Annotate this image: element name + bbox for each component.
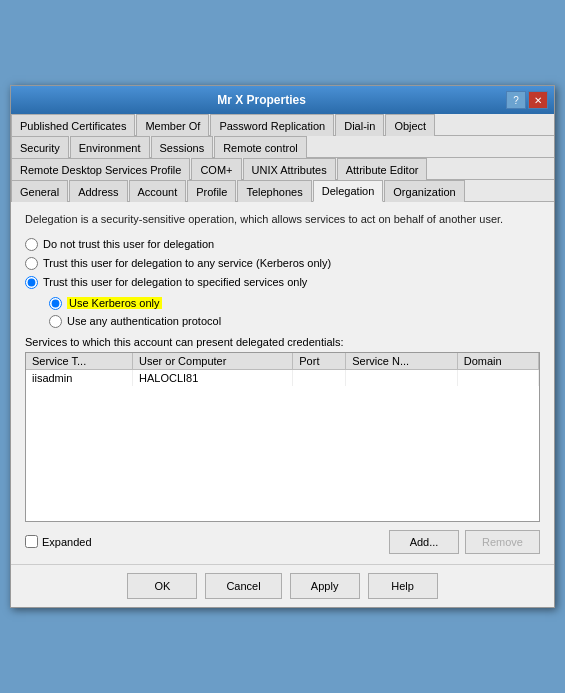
radio-trust-any-service-input[interactable] — [25, 257, 38, 270]
radio-do-not-trust-input[interactable] — [25, 238, 38, 251]
tab-organization[interactable]: Organization — [384, 180, 464, 202]
tab-row-1: Published Certificates Member Of Passwor… — [11, 114, 554, 136]
expanded-checkbox-label[interactable]: Expanded — [25, 535, 92, 548]
tab-object[interactable]: Object — [385, 114, 435, 136]
services-table: Service T... User or Computer Port Servi… — [26, 353, 539, 386]
tab-address[interactable]: Address — [69, 180, 127, 202]
tab-member-of[interactable]: Member Of — [136, 114, 209, 136]
tab-telephones[interactable]: Telephones — [237, 180, 311, 202]
sub-radio-kerberos-label: Use Kerberos only — [67, 297, 162, 309]
services-table-container[interactable]: Service T... User or Computer Port Servi… — [25, 352, 540, 522]
main-window: Mr X Properties ? ✕ Published Certificat… — [10, 85, 555, 607]
sub-radio-any-auth-input[interactable] — [49, 315, 62, 328]
window-title: Mr X Properties — [17, 93, 506, 107]
tab-security[interactable]: Security — [11, 136, 69, 158]
tab-unix-attributes[interactable]: UNIX Attributes — [243, 158, 336, 180]
close-button[interactable]: ✕ — [528, 91, 548, 109]
radio-trust-any-service[interactable]: Trust this user for delegation to any se… — [25, 257, 540, 270]
sub-radio-group: Use Kerberos only Use any authentication… — [49, 297, 540, 328]
help-button[interactable]: ? — [506, 91, 526, 109]
radio-trust-specified-services[interactable]: Trust this user for delegation to specif… — [25, 276, 540, 289]
delegation-radio-group: Do not trust this user for delegation Tr… — [25, 238, 540, 289]
tab-delegation[interactable]: Delegation — [313, 180, 384, 202]
kerberos-highlight: Use Kerberos only — [67, 297, 162, 309]
tab-row-2: Security Environment Sessions Remote con… — [11, 136, 554, 158]
sub-radio-any-auth[interactable]: Use any authentication protocol — [49, 315, 540, 328]
sub-radio-kerberos[interactable]: Use Kerberos only — [49, 297, 540, 310]
sub-radio-kerberos-input[interactable] — [49, 297, 62, 310]
col-service-type: Service T... — [26, 353, 132, 370]
title-bar: Mr X Properties ? ✕ — [11, 86, 554, 114]
table-buttons: Add... Remove — [389, 530, 540, 554]
main-content: Delegation is a security-sensitive opera… — [11, 202, 554, 563]
radio-trust-specified-input[interactable] — [25, 276, 38, 289]
cell-port — [293, 369, 346, 386]
tab-remote-control[interactable]: Remote control — [214, 136, 307, 158]
table-header-row: Service T... User or Computer Port Servi… — [26, 353, 539, 370]
col-service-name: Service N... — [346, 353, 458, 370]
col-domain: Domain — [457, 353, 538, 370]
radio-do-not-trust-label: Do not trust this user for delegation — [43, 238, 214, 250]
delegation-description: Delegation is a security-sensitive opera… — [25, 212, 540, 227]
expanded-label: Expanded — [42, 536, 92, 548]
col-port: Port — [293, 353, 346, 370]
expanded-checkbox-input[interactable] — [25, 535, 38, 548]
ok-button[interactable]: OK — [127, 573, 197, 599]
tab-row-4: General Address Account Profile Telephon… — [11, 180, 554, 202]
tab-attribute-editor[interactable]: Attribute Editor — [337, 158, 428, 180]
tab-remote-desktop-services-profile[interactable]: Remote Desktop Services Profile — [11, 158, 190, 180]
tab-account[interactable]: Account — [129, 180, 187, 202]
tab-environment[interactable]: Environment — [70, 136, 150, 158]
tab-general[interactable]: General — [11, 180, 68, 202]
col-user-or-computer: User or Computer — [132, 353, 292, 370]
add-button[interactable]: Add... — [389, 530, 459, 554]
tab-com-plus[interactable]: COM+ — [191, 158, 241, 180]
cell-service-name — [346, 369, 458, 386]
cancel-button[interactable]: Cancel — [205, 573, 281, 599]
tab-sessions[interactable]: Sessions — [151, 136, 214, 158]
cell-domain — [457, 369, 538, 386]
sub-radio-any-auth-label: Use any authentication protocol — [67, 315, 221, 327]
remove-button[interactable]: Remove — [465, 530, 540, 554]
tab-profile[interactable]: Profile — [187, 180, 236, 202]
title-controls: ? ✕ — [506, 91, 548, 109]
help-bottom-button[interactable]: Help — [368, 573, 438, 599]
tab-published-certificates[interactable]: Published Certificates — [11, 114, 135, 136]
table-row[interactable]: iisadmin HALOCLI81 — [26, 369, 539, 386]
radio-trust-any-service-label: Trust this user for delegation to any se… — [43, 257, 331, 269]
tab-row-3: Remote Desktop Services Profile COM+ UNI… — [11, 158, 554, 180]
tab-password-replication[interactable]: Password Replication — [210, 114, 334, 136]
radio-trust-specified-label: Trust this user for delegation to specif… — [43, 276, 307, 288]
apply-button[interactable]: Apply — [290, 573, 360, 599]
services-label: Services to which this account can prese… — [25, 336, 540, 348]
radio-do-not-trust[interactable]: Do not trust this user for delegation — [25, 238, 540, 251]
tab-dial-in[interactable]: Dial-in — [335, 114, 384, 136]
cell-service-type: iisadmin — [26, 369, 132, 386]
bottom-buttons: OK Cancel Apply Help — [11, 564, 554, 607]
cell-user-or-computer: HALOCLI81 — [132, 369, 292, 386]
